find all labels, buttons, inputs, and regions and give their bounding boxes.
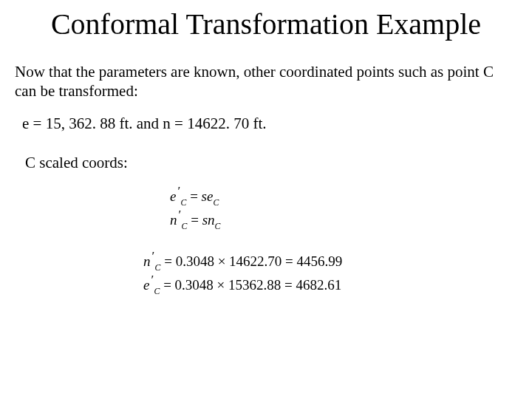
slide-title: Conformal Transformation Example xyxy=(15,7,517,41)
scaled-coords-label: C scaled coords: xyxy=(25,154,517,172)
known-values-line: e = 15, 362. 88 ft. and n = 14622. 70 ft… xyxy=(22,115,517,133)
equation-e-prime-def: e′C = seC xyxy=(170,185,517,209)
equation-block-numeric: n′C = 0.3048 × 14622.70 = 4456.99 e′C = … xyxy=(143,250,517,298)
equation-block-definition: e′C = seC n′C = snC xyxy=(170,185,517,233)
equation-n-prime-def: n′C = snC xyxy=(170,209,517,233)
equation-e-prime-numeric: e′C = 0.3048 × 15362.88 = 4682.61 xyxy=(143,274,517,298)
equation-n-prime-numeric: n′C = 0.3048 × 14622.70 = 4456.99 xyxy=(143,250,517,274)
intro-paragraph: Now that the parameters are known, other… xyxy=(15,62,517,101)
